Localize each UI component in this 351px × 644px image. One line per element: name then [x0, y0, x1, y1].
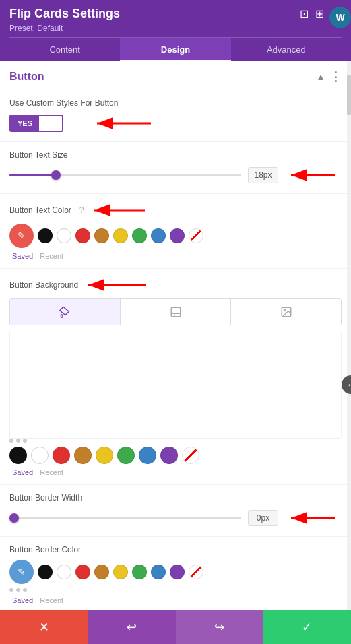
bg-color-yellow[interactable] [96, 447, 113, 464]
header-top: Flip Cards Settings ⊡ ⊞ ⋮ W [9, 7, 342, 21]
bg-color-orange[interactable] [74, 447, 92, 464]
background-field: Button Background [0, 269, 351, 485]
text-color-question: ? [79, 205, 84, 215]
text-size-thumb[interactable] [51, 170, 61, 180]
bg-image-btn[interactable] [231, 299, 341, 325]
tab-design[interactable]: Design [120, 38, 230, 61]
custom-styles-field: Use Custom Styles For Button YES [0, 90, 351, 142]
bg-dots-row [9, 439, 342, 443]
color-none[interactable] [189, 228, 203, 243]
border-color-active[interactable]: ✎ [9, 560, 34, 584]
border-color-label: Button Border Color [9, 545, 342, 554]
text-size-fill [9, 174, 56, 176]
section-more-icon[interactable]: ⋮ [329, 71, 342, 83]
bg-color-blue[interactable] [139, 447, 156, 464]
tab-advanced[interactable]: Advanced [231, 38, 342, 61]
bg-color-green[interactable] [117, 447, 135, 464]
bc-color-black[interactable] [38, 565, 53, 579]
redo-button[interactable]: ↪ [176, 610, 263, 644]
bc-color-green[interactable] [132, 565, 147, 579]
arrow-annotation-4 [85, 277, 152, 293]
color-blue[interactable] [151, 228, 166, 243]
toggle-no[interactable] [39, 120, 53, 127]
color-black[interactable] [38, 228, 53, 243]
bc-color-white[interactable] [57, 565, 71, 579]
collapse-icon[interactable]: ▲ [316, 71, 325, 82]
border-width-track[interactable] [9, 517, 241, 519]
text-color-label: Button Text Color ? [9, 202, 342, 218]
color-red[interactable] [75, 228, 90, 243]
text-size-track[interactable] [9, 174, 241, 176]
toggle-yes[interactable]: YES [11, 116, 39, 131]
border-width-value[interactable]: 0px [248, 510, 278, 526]
saved-recent-row-3: Saved Recent [9, 596, 342, 604]
text-color-field: Button Text Color ? ✎ [0, 194, 351, 269]
border-width-label: Button Border Width [9, 493, 342, 503]
saved-btn-1[interactable]: Saved [12, 252, 33, 260]
section-actions: ▲ ⋮ [316, 71, 342, 83]
text-size-value[interactable]: 18px [248, 167, 278, 183]
section-title: Button [9, 71, 44, 83]
reset-button[interactable]: ↩ [88, 610, 175, 644]
text-color-active[interactable]: ✎ [9, 224, 34, 248]
dot-2 [16, 439, 20, 443]
bg-color-swatches [9, 447, 342, 464]
bdot-2 [16, 588, 20, 592]
bc-color-orange[interactable] [94, 565, 109, 579]
bottom-toolbar: ✕ ↩ ↪ ✓ [0, 610, 351, 644]
text-size-slider-row: 18px [9, 165, 342, 185]
text-size-field: Button Text Size 18px [0, 142, 351, 194]
header: Flip Cards Settings ⊡ ⊞ ⋮ W Preset: Defa… [0, 0, 351, 61]
custom-styles-toggle[interactable]: YES [9, 115, 63, 132]
bdot-1 [9, 588, 13, 592]
svg-rect-8 [171, 307, 181, 317]
bg-color-red[interactable] [53, 447, 70, 464]
color-orange[interactable] [94, 228, 109, 243]
dot-1 [9, 439, 13, 443]
recent-btn-3[interactable]: Recent [40, 596, 63, 604]
color-yellow[interactable] [113, 228, 128, 243]
bg-color-white[interactable] [31, 447, 49, 464]
save-button[interactable]: ✓ [263, 610, 351, 644]
text-size-label: Button Text Size [9, 150, 342, 160]
border-color-field: Button Border Color ✎ Saved Recent [0, 537, 351, 613]
bc-color-yellow[interactable] [113, 565, 128, 579]
color-purple[interactable] [170, 228, 185, 243]
paint-bucket-icon [59, 306, 71, 318]
recent-btn-2[interactable]: Recent [40, 468, 63, 476]
header-icons: ⊡ ⊞ ⋮ W [300, 7, 342, 20]
saved-btn-3[interactable]: Saved [12, 596, 33, 604]
bdot-3 [23, 588, 27, 592]
recent-btn-1[interactable]: Recent [40, 252, 63, 260]
border-width-thumb[interactable] [9, 513, 19, 523]
bc-color-none[interactable] [189, 565, 203, 579]
cancel-button[interactable]: ✕ [0, 610, 88, 644]
scrollbar[interactable] [347, 61, 351, 644]
eyedropper-icon: ✎ [18, 230, 26, 241]
bc-color-purple[interactable] [170, 565, 185, 579]
bc-color-red[interactable] [75, 565, 90, 579]
bc-color-blue[interactable] [151, 565, 166, 579]
tabs-bar: Content Design Advanced [9, 37, 342, 61]
layout-icon-2[interactable]: ⊞ [315, 7, 324, 20]
bg-type-selector [9, 298, 342, 325]
bg-solid-btn[interactable] [10, 299, 121, 325]
arrow-annotation-1 [90, 113, 158, 133]
dot-3 [23, 439, 27, 443]
bg-color-purple[interactable] [160, 447, 178, 464]
saved-btn-2[interactable]: Saved [12, 468, 33, 476]
tab-content[interactable]: Content [9, 38, 120, 61]
preset-label[interactable]: Preset: Default [9, 24, 342, 37]
arrow-annotation-2 [288, 165, 342, 185]
color-green[interactable] [132, 228, 147, 243]
image-placeholder-icon [170, 306, 182, 318]
bg-gradient-btn[interactable] [121, 299, 231, 325]
main-content: Button ▲ ⋮ Use Custom Styles For Button … [0, 61, 351, 644]
bg-color-none[interactable] [182, 447, 199, 464]
layout-icon-1[interactable]: ⊡ [300, 7, 309, 20]
saved-recent-row-1: Saved Recent [9, 252, 342, 260]
bg-color-black[interactable] [9, 447, 27, 464]
color-white[interactable] [57, 228, 71, 243]
scroll-thumb[interactable] [347, 75, 351, 115]
arrow-annotation-5 [288, 508, 342, 528]
